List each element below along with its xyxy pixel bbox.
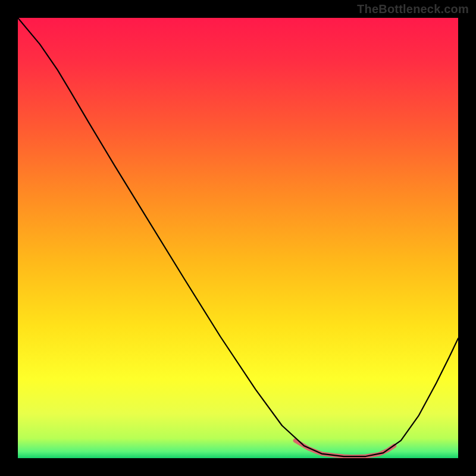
plot-area	[18, 18, 458, 458]
chart-svg	[18, 18, 458, 458]
watermark-text: TheBottleneck.com	[357, 2, 469, 16]
gradient-background	[18, 18, 458, 458]
chart-frame: TheBottleneck.com	[0, 0, 476, 476]
